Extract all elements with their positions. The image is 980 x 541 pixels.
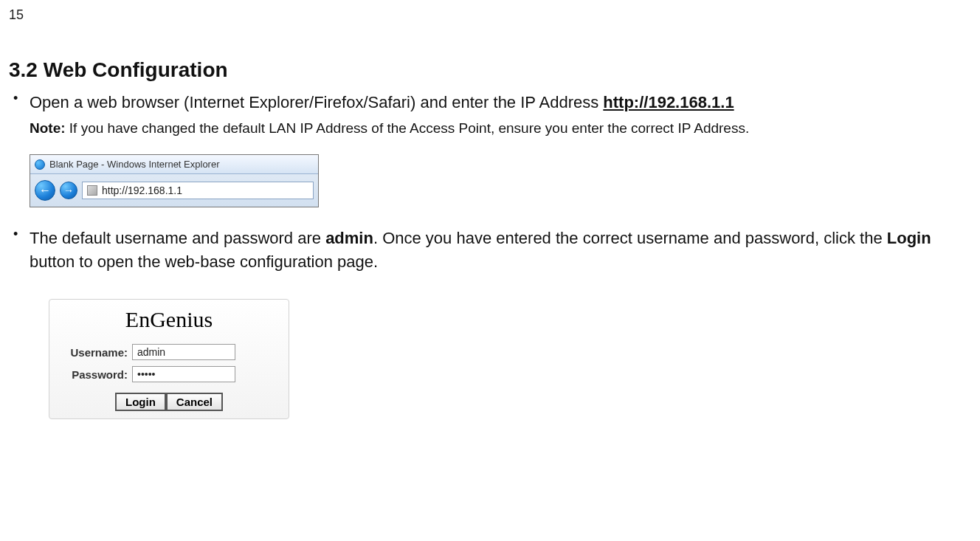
browser-title-text: Blank Page - Windows Internet Explorer [49,159,220,170]
login-brand: EnGenius [49,307,289,332]
bullet1-text: Open a web browser (Internet Explorer/Fi… [30,93,734,111]
login-button[interactable]: Login [115,393,166,411]
address-text: http://192.168.1.1 [102,185,182,196]
login-password-row: Password: [49,363,289,385]
browser-toolbar: ← → http://192.168.1.1 [30,174,318,207]
bullet-item-1: Open a web browser (Internet Explorer/Fi… [9,91,971,114]
page-number: 15 [9,7,971,23]
note-line: Note: If you have changed the default LA… [9,119,971,139]
ie-icon [35,159,45,170]
bullet2-a: The default username and password are [30,229,325,247]
browser-titlebar: Blank Page - Windows Internet Explorer [30,155,318,174]
forward-arrow-icon: → [63,185,74,196]
bullet2-e: button to open the web-base configuratio… [30,252,378,271]
bullet1-prefix: Open a web browser (Internet Explorer/Fi… [30,93,603,111]
bullet2-text: The default username and password are ad… [30,227,971,274]
favicon-icon [87,185,97,196]
note-label: Note: [30,120,66,136]
bullet2-b-admin: admin [325,229,373,247]
cancel-button[interactable]: Cancel [166,393,223,411]
bullet1-url: http://192.168.1.1 [603,93,734,111]
back-arrow-icon: ← [39,185,51,196]
login-panel: EnGenius Username: Password: Login Cance… [49,299,289,419]
bullet2-c: . Once you have entered the correct user… [373,229,887,247]
login-username-row: Username: [49,341,289,363]
login-button-row: Login Cancel [49,393,289,411]
back-button[interactable]: ← [35,180,55,201]
password-input[interactable] [132,366,235,382]
bullet-item-2: The default username and password are ad… [9,227,971,274]
browser-screenshot: Blank Page - Windows Internet Explorer ←… [30,154,319,207]
bullet2-d-login: Login [887,229,931,247]
section-heading: 3.2 Web Configuration [9,58,971,82]
password-label: Password: [61,368,128,381]
note-text: If you have changed the default LAN IP A… [66,120,750,136]
username-label: Username: [61,346,128,359]
forward-button[interactable]: → [60,182,77,199]
username-input[interactable] [132,344,235,360]
address-bar[interactable]: http://192.168.1.1 [82,182,314,199]
